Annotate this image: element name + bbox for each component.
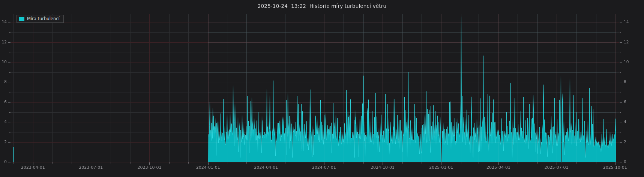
chart-container: 2025-10-24 13:22 Historie míry turbulenc…	[0, 0, 644, 177]
legend-swatch-icon	[19, 17, 24, 21]
chart-title: 2025-10-24 13:22 Historie míry turbulenc…	[0, 3, 644, 9]
legend-item-mira-turbulenci[interactable]: Míra turbulencí	[17, 15, 64, 23]
legend-label: Míra turbulencí	[27, 16, 60, 22]
turbulence-time-series-canvas[interactable]	[0, 0, 644, 177]
